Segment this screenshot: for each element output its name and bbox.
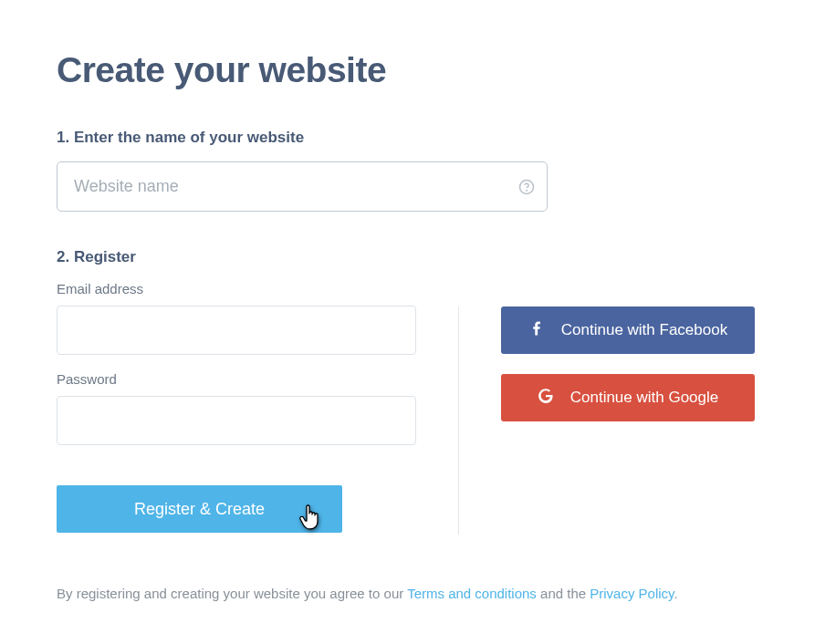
vertical-divider: [458, 306, 459, 535]
page-title: Create your website: [57, 50, 758, 90]
footer-middle: and the: [537, 586, 590, 601]
continue-google-button[interactable]: Continue with Google: [501, 374, 755, 421]
step2-label: 2. Register: [57, 248, 758, 266]
footer-prefix: By registering and creating your website…: [57, 586, 407, 601]
password-label: Password: [57, 371, 416, 387]
continue-facebook-button[interactable]: Continue with Facebook: [501, 306, 755, 354]
terms-link[interactable]: Terms and conditions: [407, 586, 537, 601]
social-column: Continue with Facebook Continue with Goo…: [501, 281, 758, 535]
website-name-input[interactable]: [57, 161, 548, 212]
password-field[interactable]: [57, 396, 416, 445]
email-field[interactable]: [57, 306, 416, 355]
facebook-button-label: Continue with Facebook: [561, 321, 727, 339]
register-create-button[interactable]: Register & Create: [57, 485, 342, 533]
form-column: Email address Password Register & Create: [57, 281, 416, 535]
footer-suffix: .: [674, 586, 678, 601]
help-icon[interactable]: [518, 179, 535, 195]
register-section: Email address Password Register & Create…: [57, 281, 758, 535]
step1-label: 1. Enter the name of your website: [57, 129, 758, 147]
email-label: Email address: [57, 281, 416, 296]
facebook-icon: [528, 320, 545, 341]
footer-agreement: By registering and creating your website…: [57, 586, 758, 601]
privacy-link[interactable]: Privacy Policy: [590, 586, 674, 601]
google-button-label: Continue with Google: [570, 389, 719, 407]
google-icon: [538, 388, 554, 409]
svg-point-1: [527, 190, 528, 191]
website-name-wrapper: [57, 161, 548, 212]
